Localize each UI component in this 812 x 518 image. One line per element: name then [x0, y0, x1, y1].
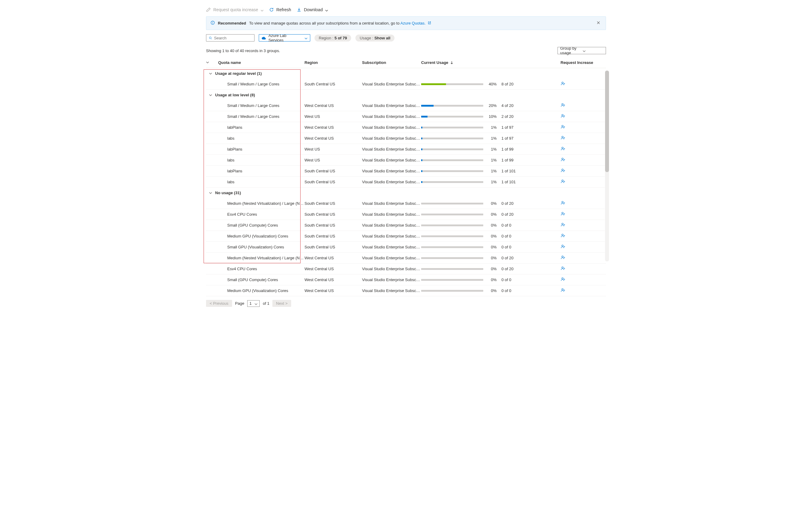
request-increase-button[interactable]	[560, 256, 566, 261]
header-request-increase[interactable]: Request Increase	[560, 60, 603, 65]
usage-percent: 0%	[487, 201, 497, 206]
request-increase-button[interactable]	[560, 246, 566, 250]
request-increase-button[interactable]	[560, 169, 566, 174]
table-row[interactable]: Medium (Nested Virtualization) / Large (…	[206, 253, 606, 263]
quota-name-cell: Esv4 CPU Cores	[215, 212, 304, 217]
region-cell: West Central US	[304, 103, 362, 108]
svg-point-11	[562, 201, 563, 203]
region-cell: South Central US	[304, 82, 362, 86]
usage-count-cell: 1 of 101	[501, 180, 560, 184]
request-increase-button[interactable]	[560, 180, 566, 185]
request-increase-button[interactable]	[560, 115, 566, 119]
usage-count-cell: 0 of 20	[501, 256, 560, 260]
request-increase-button[interactable]	[560, 267, 566, 272]
next-page-button[interactable]: Next >	[272, 300, 291, 307]
quota-name-cell: labPlans	[215, 169, 304, 173]
usage-cell: 10%	[421, 114, 501, 119]
request-quota-increase-button[interactable]: Request quota increase	[206, 7, 264, 12]
request-increase-button[interactable]	[560, 224, 566, 228]
table-row[interactable]: Small (GPU Compute) Cores South Central …	[206, 220, 606, 231]
svg-point-14	[562, 234, 563, 236]
header-region[interactable]: Region	[304, 60, 362, 65]
table-row[interactable]: Medium (Nested Virtualization) / Large (…	[206, 198, 606, 209]
usage-cell: 0%	[421, 278, 501, 282]
request-increase-button[interactable]	[560, 202, 566, 206]
request-increase-button[interactable]	[560, 147, 566, 152]
request-increase-button[interactable]	[560, 159, 566, 163]
table-row[interactable]: Medium GPU (Visualization) Cores West Ce…	[206, 285, 606, 296]
vertical-scrollbar[interactable]	[605, 70, 609, 261]
usage-percent: 0%	[487, 256, 497, 260]
table-row[interactable]: labs West US Visual Studio Enterprise Su…	[206, 155, 606, 166]
table-row[interactable]: labPlans South Central US Visual Studio …	[206, 166, 606, 177]
download-button[interactable]: Download	[297, 7, 328, 12]
quota-name-cell: Medium (Nested Virtualization) / Large (…	[215, 201, 304, 206]
table-row[interactable]: labPlans West Central US Visual Studio E…	[206, 122, 606, 133]
azure-quotas-link[interactable]: Azure Quotas.	[401, 21, 426, 25]
group-title: Usage at regular level (1)	[215, 71, 262, 76]
usage-filter[interactable]: Usage : Show all	[355, 34, 395, 41]
svg-point-15	[562, 245, 563, 247]
svg-point-5	[562, 125, 563, 127]
group-header[interactable]: No usage (31)	[206, 188, 606, 198]
svg-point-10	[562, 180, 563, 181]
refresh-label: Refresh	[276, 7, 291, 12]
refresh-button[interactable]: Refresh	[269, 7, 291, 12]
usage-cell: 0%	[421, 201, 501, 206]
results-summary: Showing 1 to 40 of 40 records in 3 group…	[206, 49, 280, 53]
usage-percent: 0%	[487, 288, 497, 293]
page-select[interactable]: 1	[247, 300, 260, 307]
request-increase-button[interactable]	[560, 278, 566, 283]
scrollbar-thumb[interactable]	[605, 70, 609, 172]
request-increase-button[interactable]	[560, 289, 566, 293]
request-increase-button[interactable]	[560, 213, 566, 217]
request-quota-increase-label: Request quota increase	[213, 7, 258, 12]
group-header[interactable]: Usage at low level (8)	[206, 90, 606, 100]
usage-cell: 0%	[421, 288, 501, 293]
usage-percent: 0%	[487, 223, 497, 228]
provider-select[interactable]: Azure Lab Services	[259, 34, 310, 41]
table-row[interactable]: Esv4 CPU Cores West Central US Visual St…	[206, 263, 606, 275]
table-row[interactable]: Small / Medium / Large Cores West US Vis…	[206, 111, 606, 122]
request-increase-button[interactable]	[560, 137, 566, 141]
request-increase-button[interactable]	[560, 82, 566, 87]
region-cell: West Central US	[304, 125, 362, 130]
quota-name-cell: Small / Medium / Large Cores	[215, 103, 304, 108]
table-row[interactable]: Medium GPU (Visualization) Cores South C…	[206, 231, 606, 242]
usage-cell: 1%	[421, 125, 501, 130]
header-quota-name[interactable]: Quota name	[215, 60, 304, 65]
expand-all-toggle[interactable]	[206, 60, 215, 65]
subscription-cell: Visual Studio Enterprise Subscri…	[362, 256, 421, 260]
request-increase-button[interactable]	[560, 126, 566, 130]
table-row[interactable]: Esv4 CPU Cores South Central US Visual S…	[206, 209, 606, 220]
search-field[interactable]	[214, 36, 252, 40]
request-increase-button[interactable]	[560, 104, 566, 109]
table-row[interactable]: Small / Medium / Large Cores West Centra…	[206, 100, 606, 111]
prev-page-button[interactable]: < Previous	[206, 300, 232, 307]
subscription-cell: Visual Studio Enterprise Subscri…	[362, 136, 421, 141]
table-row[interactable]: Small (GPU Compute) Cores West Central U…	[206, 275, 606, 285]
usage-count-cell: 1 of 101	[501, 169, 560, 173]
cloud-icon	[261, 36, 266, 40]
region-filter[interactable]: Region : 5 of 79	[315, 34, 351, 41]
provider-label: Azure Lab Services	[268, 33, 302, 42]
quota-name-cell: Medium GPU (Visualization) Cores	[215, 234, 304, 238]
table-row[interactable]: labs South Central US Visual Studio Ente…	[206, 177, 606, 188]
search-input[interactable]	[206, 34, 255, 41]
subscription-cell: Visual Studio Enterprise Subscri…	[362, 234, 421, 238]
group-header[interactable]: Usage at regular level (1)	[206, 68, 606, 79]
group-by-select[interactable]: Group by usage	[557, 47, 606, 54]
chevron-down-icon	[261, 8, 264, 11]
table-row[interactable]: labs West Central US Visual Studio Enter…	[206, 133, 606, 144]
table-row[interactable]: Small GPU (Visualization) Cores South Ce…	[206, 242, 606, 253]
progress-bar	[421, 213, 483, 215]
header-subscription[interactable]: Subscription	[362, 60, 421, 65]
usage-count-cell: 8 of 20	[501, 82, 560, 86]
usage-cell: 1%	[421, 169, 501, 173]
table-row[interactable]: Small / Medium / Large Cores South Centr…	[206, 79, 606, 90]
table-row[interactable]: labPlans West US Visual Studio Enterpris…	[206, 144, 606, 155]
banner-close-button[interactable]	[596, 20, 602, 27]
request-increase-button[interactable]	[560, 234, 566, 239]
header-current-usage[interactable]: Current Usage	[421, 60, 501, 65]
usage-count-cell: 0 of 20	[501, 266, 560, 271]
